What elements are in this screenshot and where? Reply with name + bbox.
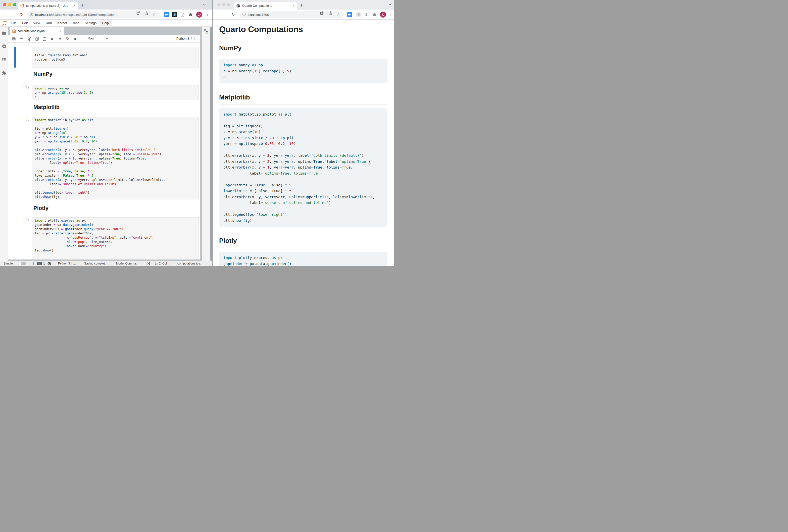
markdown-heading-plotly[interactable]: Plotly bbox=[34, 205, 48, 211]
cell-prompt: [ ]: bbox=[20, 218, 29, 222]
kernels-count[interactable]: 1 bbox=[43, 262, 45, 265]
running-kernels-icon[interactable] bbox=[2, 44, 6, 49]
menu-help[interactable]: Help bbox=[99, 20, 112, 27]
maximize-window-button[interactable] bbox=[13, 3, 16, 6]
kernel-status-text[interactable]: Python 3 | I... bbox=[58, 262, 76, 265]
paste-cells-button[interactable] bbox=[42, 36, 47, 41]
reload-icon[interactable]: ↻ bbox=[232, 12, 235, 17]
cell-prompt: [ ]: bbox=[20, 118, 29, 121]
react-devtools-extension-icon[interactable] bbox=[172, 12, 177, 17]
forward-icon[interactable]: → bbox=[12, 12, 16, 17]
restart-kernel-button[interactable]: ↻ bbox=[65, 36, 70, 41]
profile-avatar[interactable]: JJ bbox=[196, 12, 202, 18]
restart-run-all-button[interactable]: ▶▶ bbox=[73, 36, 78, 41]
browser-menu-icon[interactable]: ⋮ bbox=[389, 12, 393, 17]
profile-avatar[interactable]: JJ bbox=[380, 12, 386, 18]
markdown-heading-numpy[interactable]: NumPy bbox=[34, 71, 53, 77]
run-cell-button[interactable]: ▶ bbox=[50, 36, 55, 41]
terminals-count[interactable]: 2 bbox=[33, 262, 35, 265]
browser-tab[interactable]: computations.ip (auto-S) - Jup × bbox=[18, 2, 78, 9]
trust-shield-icon[interactable] bbox=[146, 262, 150, 266]
menu-settings[interactable]: Settings bbox=[82, 20, 99, 27]
saving-status-text: Saving complet... bbox=[84, 262, 107, 265]
open-in-new-icon[interactable] bbox=[136, 11, 140, 15]
address-bar[interactable]: ⓘ localhost:8889/lab/workspaces/auto-S/t… bbox=[27, 11, 160, 18]
close-window-button[interactable] bbox=[3, 3, 6, 6]
page-title: Quarto Computations bbox=[219, 25, 388, 34]
menu-tabs[interactable]: Tabs bbox=[70, 20, 82, 27]
simple-mode-toggle[interactable] bbox=[18, 262, 26, 265]
zoom-extension-icon[interactable] bbox=[347, 12, 352, 17]
statusbar-filename: computations.ipy... bbox=[177, 262, 202, 265]
copy-cells-button[interactable] bbox=[35, 36, 39, 41]
browser-scrollbar[interactable] bbox=[210, 27, 212, 261]
url-host: localhost bbox=[248, 13, 260, 17]
add-cell-button[interactable] bbox=[19, 36, 24, 41]
menu-file[interactable]: File bbox=[8, 20, 19, 27]
new-tab-button[interactable]: + bbox=[300, 2, 303, 8]
notebook-document-tab[interactable]: computations.ipynb × bbox=[10, 27, 64, 35]
jupyter-activity-bar bbox=[0, 27, 8, 261]
bookmark-star-icon[interactable]: ☆ bbox=[153, 12, 156, 17]
menu-kernel[interactable]: Kernel bbox=[55, 20, 70, 27]
site-info-icon[interactable]: ⓘ bbox=[30, 12, 33, 17]
zoom-extension-icon[interactable] bbox=[164, 12, 169, 17]
terminal-icon: $_ bbox=[37, 262, 42, 265]
z-extension-icon[interactable]: Z bbox=[364, 12, 369, 17]
minimize-window-button[interactable] bbox=[8, 3, 11, 6]
forward-icon[interactable]: → bbox=[224, 12, 229, 17]
cell-type-chevron-icon[interactable] bbox=[106, 38, 108, 39]
kernel-name-button[interactable]: Python 3 bbox=[176, 37, 189, 40]
cursor-position[interactable]: Ln 2, Col ... bbox=[155, 262, 170, 265]
save-button[interactable] bbox=[11, 36, 16, 41]
kernel-status-icon[interactable] bbox=[191, 37, 195, 40]
close-window-button[interactable] bbox=[217, 3, 220, 6]
open-in-new-icon[interactable] bbox=[320, 11, 323, 15]
jupyter-logo bbox=[2, 21, 7, 26]
share-icon[interactable] bbox=[329, 11, 332, 15]
matplotlib-code-cell[interactable]: import matplotlib.pyplot as plt fig = pl… bbox=[32, 117, 199, 200]
quarto-page[interactable]: Quarto Computations NumPy import numpy a… bbox=[213, 20, 394, 266]
plotly-code-cell[interactable]: import plotly.express as pxgapminder = p… bbox=[32, 217, 199, 259]
address-bar[interactable]: ⓘ localhost:7896 bbox=[240, 11, 344, 18]
maximize-window-button[interactable] bbox=[227, 3, 231, 6]
cut-cells-button[interactable] bbox=[27, 36, 32, 41]
back-icon[interactable]: ← bbox=[217, 12, 221, 17]
site-info-icon[interactable]: ⓘ bbox=[242, 12, 246, 17]
numpy-code-cell[interactable]: import numpy as npa = np.arange(15).resh… bbox=[32, 85, 199, 100]
extension-manager-icon[interactable] bbox=[2, 70, 6, 75]
browser-menu-icon[interactable]: ⋮ bbox=[206, 12, 210, 17]
new-tab-button[interactable]: + bbox=[81, 2, 84, 8]
tab-search-chevron-icon[interactable] bbox=[203, 4, 206, 5]
markdown-heading-matplotlib[interactable]: Matplotlib bbox=[34, 104, 60, 110]
reload-icon[interactable]: ↻ bbox=[20, 12, 23, 17]
menu-edit[interactable]: Edit bbox=[19, 20, 31, 27]
extensions-puzzle-icon[interactable] bbox=[188, 12, 193, 17]
bookmark-star-icon[interactable]: ☆ bbox=[337, 12, 340, 17]
mode-indicator[interactable]: Mode: Comma... bbox=[116, 262, 138, 265]
share-icon[interactable] bbox=[144, 11, 148, 15]
browser-toolbar: ← → ↻ ⓘ localhost:8889/lab/workspaces/au… bbox=[0, 9, 212, 20]
right-sidebar-strip: ⚙ ⚙ bbox=[202, 27, 210, 261]
simple-mode-label: Simple bbox=[3, 262, 13, 265]
document-extension-icon[interactable] bbox=[180, 12, 185, 17]
minimize-window-button[interactable] bbox=[222, 3, 225, 6]
cell-type-select[interactable]: Raw bbox=[88, 36, 94, 40]
react-devtools-extension-icon[interactable] bbox=[356, 12, 361, 17]
close-tab-icon[interactable]: × bbox=[73, 4, 75, 7]
notebook-content[interactable]: ---title: "Quarto Computations"jupyter: … bbox=[8, 43, 200, 260]
browser-tab[interactable]: Quarto Computations × bbox=[234, 2, 297, 9]
table-of-contents-icon[interactable] bbox=[2, 57, 6, 62]
menu-run[interactable]: Run bbox=[43, 20, 55, 27]
close-tab-icon[interactable]: × bbox=[293, 4, 295, 7]
close-notebook-tab-icon[interactable]: × bbox=[60, 29, 62, 33]
url-host: localhost bbox=[35, 13, 48, 17]
extensions-puzzle-icon[interactable] bbox=[372, 12, 377, 17]
jupyter-favicon bbox=[20, 4, 24, 8]
menu-view[interactable]: View bbox=[31, 20, 43, 27]
raw-yaml-cell[interactable]: ---title: "Quarto Computations"jupyter: … bbox=[32, 47, 199, 68]
interrupt-kernel-button[interactable]: ■ bbox=[58, 36, 63, 41]
file-browser-icon[interactable] bbox=[2, 30, 6, 36]
tab-search-chevron-icon[interactable] bbox=[389, 4, 391, 5]
back-icon[interactable]: ← bbox=[3, 12, 8, 17]
